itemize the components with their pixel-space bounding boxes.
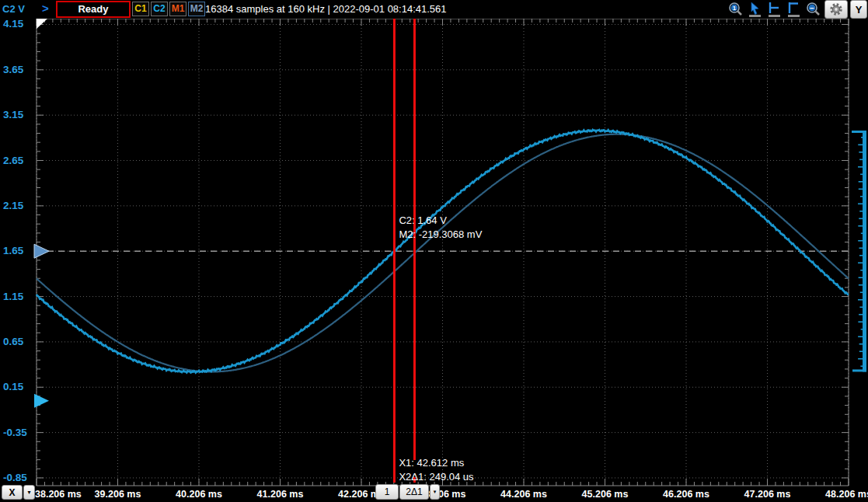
- cursor-x1-label: X1: 42.612 ms: [399, 457, 464, 469]
- trigger-marker[interactable]: [34, 244, 49, 258]
- range-indicator-tick: [860, 173, 863, 175]
- y-axis-label: 1.65: [3, 245, 23, 256]
- cursor-value-m2: M2: -219.3068 mV: [399, 228, 482, 240]
- range-indicator-tick: [859, 255, 863, 256]
- x-axis-label: 39.206 ms: [95, 489, 141, 500]
- y-axis-label: 4.15: [3, 18, 23, 30]
- capture-info: 16384 samples at 160 kHz | 2022-09-01 08…: [205, 3, 447, 15]
- y-axis-label: 2.65: [3, 155, 23, 166]
- y-axis-button[interactable]: Y: [850, 0, 867, 19]
- scope-plot[interactable]: C2: 1.64 VM2: -219.3068 mVX1: 42.612 msX…: [0, 0, 868, 502]
- range-indicator-tick: [861, 232, 863, 234]
- y-axis-label: 1.15: [3, 291, 23, 302]
- range-indicator-tick: [860, 291, 863, 293]
- zoom-reset-icon[interactable]: 1: [727, 1, 744, 18]
- y-axis-label: 2.15: [3, 200, 23, 211]
- y-axis-label: -0.85: [3, 472, 27, 483]
- x-axis-label: 45.206 ms: [582, 489, 629, 500]
- range-indicator-tick: [859, 218, 863, 219]
- y-axis-label: 0.65: [3, 336, 23, 347]
- svg-text:1: 1: [733, 5, 737, 12]
- range-indicator-bottom-cap: [852, 369, 866, 371]
- c2-offset-marker[interactable]: [34, 394, 49, 408]
- settings-button[interactable]: [824, 0, 848, 19]
- range-indicator-tick: [858, 299, 863, 301]
- oscilloscope-window: C2: 1.64 VM2: -219.3068 mVX1: 42.612 msX…: [0, 0, 868, 502]
- x-axis-label: 38.206 ms: [35, 489, 82, 500]
- x-axis-label: 40.206 ms: [176, 489, 222, 500]
- range-indicator-tick: [861, 137, 863, 138]
- range-indicator-tick: [859, 211, 863, 212]
- range-indicator-tick: [858, 336, 863, 337]
- range-indicator-tick: [858, 166, 863, 168]
- c2-range-indicator: [863, 131, 866, 371]
- range-indicator-tick: [859, 314, 863, 315]
- range-indicator-tick: [859, 181, 863, 183]
- status-badge: Ready: [56, 1, 131, 18]
- x-axis-label: 41.206 ms: [257, 489, 304, 500]
- y-cursor-tool-icon[interactable]: [786, 1, 803, 18]
- x-axis-label: 48.206 ms: [825, 489, 868, 500]
- channel-button-c1[interactable]: C1: [132, 2, 149, 16]
- expand-arrow-icon[interactable]: >: [42, 2, 49, 15]
- buffer-position-indicator: [37, 19, 47, 29]
- range-indicator-tick: [858, 145, 863, 146]
- cursor-value-c2: C2: 1.64 V: [399, 214, 447, 226]
- cursor-dropdown[interactable]: ▾: [430, 484, 440, 500]
- channel-buttons: C1C2M1M2: [132, 2, 205, 16]
- range-indicator-tick: [858, 262, 863, 263]
- x-axis-label: 47.206 ms: [744, 489, 791, 500]
- y-axis-label: -0.35: [3, 427, 27, 438]
- range-indicator-top-cap: [852, 131, 866, 133]
- channel-button-m2[interactable]: M2: [188, 2, 205, 16]
- x-axis-label: 46.206 ms: [663, 489, 709, 500]
- range-indicator-tick: [859, 247, 863, 249]
- cursor-delta-label: X2Δ1: 249.04 us: [399, 471, 474, 483]
- y-axis-label: 3.15: [3, 109, 23, 120]
- bottom-bar: 38.206 ms39.206 ms40.206 ms41.206 ms42.2…: [0, 483, 868, 502]
- cursor-1-button[interactable]: 1: [375, 484, 399, 500]
- plot-tools: 1 −: [727, 0, 867, 19]
- range-indicator-tick: [860, 196, 863, 197]
- range-indicator-tick: [858, 203, 863, 204]
- channel-button-c2[interactable]: C2: [151, 2, 168, 16]
- range-indicator-tick: [859, 152, 863, 153]
- range-indicator-tick: [858, 240, 863, 242]
- range-indicator-tick: [858, 225, 863, 227]
- x-axis-mode-button[interactable]: X: [2, 485, 23, 500]
- cursor-2-button[interactable]: 2Δ1: [399, 484, 429, 500]
- range-indicator-tick: [859, 350, 863, 352]
- x-cursor-tool-icon[interactable]: [766, 1, 783, 18]
- range-indicator-tick: [859, 306, 863, 308]
- settings-gear-icon: [829, 2, 843, 16]
- y-axis-label: 0.15: [3, 381, 23, 392]
- range-indicator-tick: [859, 188, 863, 190]
- range-indicator-tick: [859, 159, 863, 160]
- svg-text:−: −: [810, 4, 814, 12]
- y-axis-label: 3.65: [3, 64, 23, 75]
- zoom-out-icon[interactable]: −: [805, 1, 822, 18]
- channel-button-m1[interactable]: M1: [169, 2, 186, 16]
- range-indicator-tick: [858, 358, 863, 360]
- range-indicator-tick: [860, 270, 863, 271]
- range-indicator-tick: [860, 365, 863, 367]
- range-indicator-tick: [858, 321, 863, 322]
- range-indicator-tick: [859, 343, 863, 345]
- x-axis-dropdown[interactable]: ▾: [23, 485, 35, 500]
- range-indicator-tick: [861, 329, 863, 330]
- axis-channel-selector[interactable]: C2 V: [2, 3, 25, 15]
- pointer-tool-icon[interactable]: [747, 1, 764, 18]
- x-axis-label: 44.206 ms: [500, 489, 547, 500]
- range-indicator-tick: [859, 277, 863, 278]
- range-indicator-tick: [859, 284, 863, 286]
- toolbar: C2 V > Ready C1C2M1M2 16384 samples at 1…: [0, 0, 868, 19]
